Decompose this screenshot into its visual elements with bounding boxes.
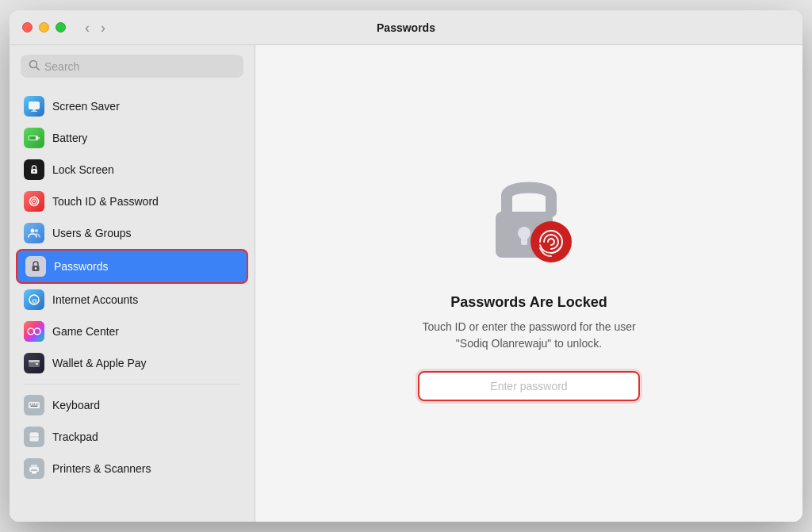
- svg-point-12: [33, 201, 35, 202]
- sidebar-item-keyboard[interactable]: Keyboard: [16, 389, 248, 421]
- svg-point-16: [35, 267, 36, 269]
- gamecenter-icon: [24, 321, 44, 342]
- svg-rect-6: [38, 137, 40, 139]
- svg-line-1: [36, 67, 40, 71]
- traffic-lights: [22, 22, 66, 33]
- sidebar-label-touchid: Touch ID & Password: [52, 195, 159, 208]
- main-content: Screen Saver Battery: [10, 45, 802, 522]
- svg-rect-27: [32, 404, 33, 405]
- users-icon: [24, 223, 44, 243]
- lock-desc-line2: "Sodiq Olanrewaju" to unlock.: [456, 337, 602, 350]
- sidebar-item-screen-saver[interactable]: Screen Saver: [16, 90, 248, 122]
- sidebar-item-passwords[interactable]: Passwords: [16, 249, 248, 284]
- internet-icon: @: [24, 289, 44, 310]
- sidebar-label-screen-saver: Screen Saver: [52, 100, 120, 113]
- svg-rect-36: [31, 470, 37, 471]
- sidebar-item-lock-screen[interactable]: Lock Screen: [16, 154, 248, 186]
- lock-title: Passwords Are Locked: [450, 294, 607, 311]
- sidebar-item-wallet[interactable]: Wallet & Apple Pay: [16, 347, 248, 379]
- sidebar-label-internet: Internet Accounts: [52, 293, 138, 306]
- app-window: ‹ › Passwords: [10, 10, 802, 522]
- svg-rect-31: [31, 406, 38, 408]
- svg-rect-3: [33, 109, 36, 111]
- sidebar-label-gamecenter: Game Center: [52, 325, 119, 338]
- svg-rect-24: [36, 363, 38, 365]
- locked-content: Passwords Are Locked Touch ID or enter t…: [418, 166, 640, 401]
- search-icon: [29, 59, 40, 73]
- sidebar-label-keyboard: Keyboard: [52, 399, 100, 411]
- search-input[interactable]: [44, 60, 236, 73]
- svg-point-14: [35, 229, 38, 232]
- lock-desc-line1: Touch ID or enter the password for the u…: [422, 320, 635, 333]
- sidebar-item-users[interactable]: Users & Groups: [16, 217, 248, 249]
- minimize-button[interactable]: [39, 22, 49, 33]
- sidebar-item-printers[interactable]: Printers & Scanners: [16, 453, 248, 484]
- nav-buttons: ‹ ›: [82, 19, 109, 36]
- svg-rect-34: [29, 467, 39, 472]
- trackpad-icon: [24, 427, 44, 447]
- svg-rect-26: [30, 404, 32, 405]
- sidebar-item-trackpad[interactable]: Trackpad: [16, 421, 248, 453]
- main-panel: Passwords Are Locked Touch ID or enter t…: [255, 45, 802, 522]
- svg-rect-35: [31, 465, 37, 467]
- sidebar-label-printers: Printers & Scanners: [52, 462, 151, 475]
- password-input-wrapper: [418, 371, 640, 401]
- password-input[interactable]: [418, 371, 640, 401]
- sidebar-label-battery: Battery: [52, 132, 87, 144]
- sidebar-item-touchid[interactable]: Touch ID & Password: [16, 186, 248, 217]
- window-title: Passwords: [377, 21, 435, 34]
- printers-icon: [24, 458, 44, 479]
- lock-illustration: [481, 166, 576, 261]
- sidebar-separator: [24, 384, 240, 385]
- svg-point-9: [33, 170, 35, 172]
- svg-rect-28: [34, 404, 36, 405]
- maximize-button[interactable]: [56, 22, 66, 33]
- svg-rect-37: [32, 472, 36, 474]
- sidebar-label-users: Users & Groups: [52, 227, 132, 239]
- svg-rect-25: [29, 402, 40, 408]
- screen-saver-icon: [24, 96, 44, 117]
- search-bar[interactable]: [21, 55, 243, 78]
- sidebar-item-gamecenter[interactable]: Game Center: [16, 316, 248, 347]
- svg-rect-7: [29, 136, 36, 140]
- svg-rect-23: [29, 360, 40, 362]
- svg-rect-40: [521, 235, 527, 245]
- svg-point-13: [31, 229, 35, 233]
- svg-text:@: @: [32, 297, 38, 304]
- sidebar-label-passwords: Passwords: [54, 260, 108, 273]
- keyboard-icon: [24, 395, 44, 415]
- lock-description: Touch ID or enter the password for the u…: [422, 319, 635, 352]
- close-button[interactable]: [22, 22, 33, 33]
- forward-button[interactable]: ›: [98, 19, 109, 36]
- svg-rect-2: [29, 101, 40, 109]
- sidebar-label-trackpad: Trackpad: [52, 431, 98, 443]
- battery-icon: [24, 128, 44, 148]
- svg-rect-4: [31, 111, 37, 112]
- sidebar-label-wallet: Wallet & Apple Pay: [52, 357, 147, 369]
- sidebar-label-lock-screen: Lock Screen: [52, 163, 114, 176]
- sidebar-item-list: Screen Saver Battery: [10, 87, 255, 488]
- lock-screen-icon: [24, 159, 44, 180]
- touchid-icon: [24, 191, 44, 212]
- svg-rect-29: [36, 404, 37, 405]
- sidebar-item-battery[interactable]: Battery: [16, 122, 248, 154]
- wallet-icon: [24, 353, 44, 373]
- back-button[interactable]: ‹: [82, 19, 93, 36]
- passwords-icon: [25, 256, 46, 277]
- titlebar: ‹ › Passwords: [10, 10, 802, 45]
- svg-rect-30: [38, 404, 39, 405]
- sidebar-item-internet[interactable]: @ Internet Accounts: [16, 284, 248, 316]
- sidebar: Screen Saver Battery: [10, 45, 255, 522]
